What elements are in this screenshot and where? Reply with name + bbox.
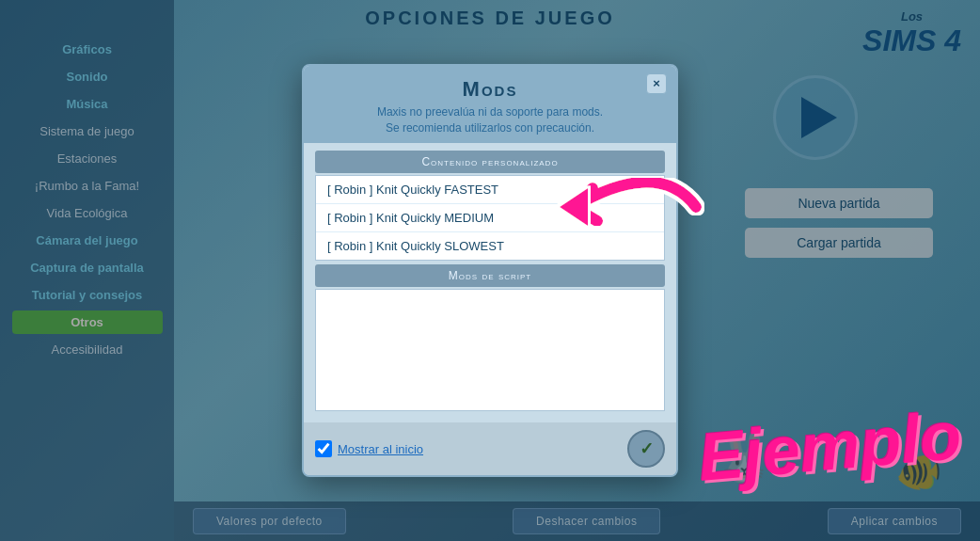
mods-modal: Mods Maxis no preevalúa ni da soporte pa… bbox=[302, 64, 678, 478]
modal-body: Contenido personalizado [ Robin ] Knit Q… bbox=[304, 143, 676, 422]
mod-item-slowest[interactable]: [ Robin ] Knit Quickly SLOWEST bbox=[316, 232, 664, 260]
modal-close-button[interactable]: × bbox=[646, 73, 667, 94]
modal-footer: Mostrar al inicio ✓ bbox=[304, 422, 676, 475]
show-on-start-checkbox[interactable] bbox=[315, 440, 332, 457]
modal-ok-button[interactable]: ✓ bbox=[627, 430, 665, 468]
show-on-start-label[interactable]: Mostrar al inicio bbox=[338, 442, 423, 456]
script-mods-list bbox=[315, 289, 665, 411]
modal-title: Mods bbox=[319, 77, 661, 102]
custom-content-list: [ Robin ] Knit Quickly FASTEST [ Robin ]… bbox=[315, 175, 665, 261]
script-mods-header: Mods de script bbox=[315, 264, 665, 287]
modal-overlay: Mods Maxis no preevalúa ni da soporte pa… bbox=[0, 0, 980, 541]
footer-left: Mostrar al inicio bbox=[315, 440, 423, 457]
mod-item-fastest[interactable]: [ Robin ] Knit Quickly FASTEST bbox=[316, 176, 664, 204]
modal-header: Mods Maxis no preevalúa ni da soporte pa… bbox=[304, 66, 676, 144]
ok-checkmark-icon: ✓ bbox=[640, 438, 654, 459]
modal-subtitle: Maxis no preevalúa ni da soporte para mo… bbox=[319, 104, 661, 136]
mod-item-medium[interactable]: [ Robin ] Knit Quickly MEDIUM bbox=[316, 204, 664, 232]
custom-content-header: Contenido personalizado bbox=[315, 151, 665, 173]
